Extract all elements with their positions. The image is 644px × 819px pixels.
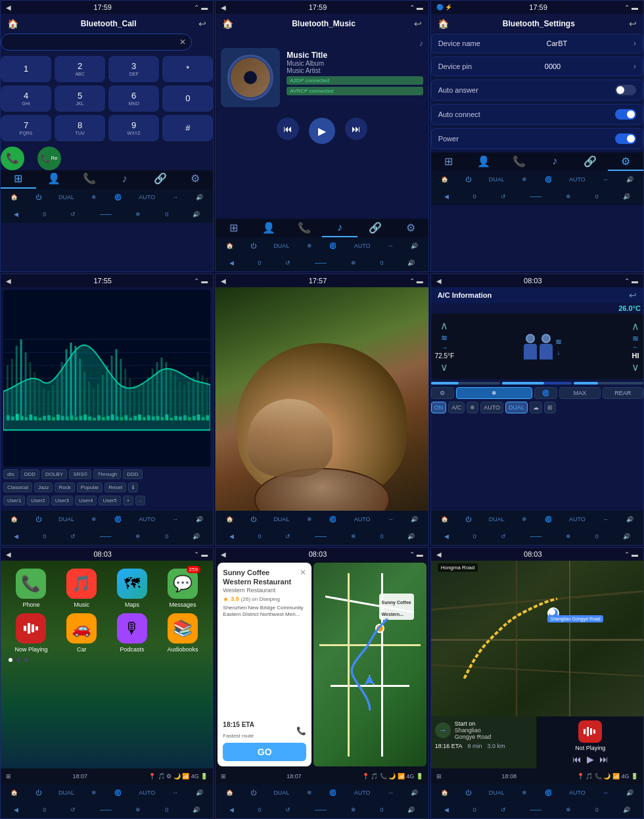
search-input[interactable] — [7, 38, 179, 46]
arrows-vid[interactable]: ↔ — [388, 516, 394, 523]
vol-cs[interactable]: 🔊 — [407, 260, 415, 266]
tab-user-music[interactable]: 👤 — [251, 219, 287, 237]
dial-6[interactable]: 6MNO — [108, 85, 159, 112]
app-now-playing[interactable]: Now Playing — [9, 613, 54, 653]
home-climate[interactable]: 🏠 — [11, 194, 18, 200]
ac-climate[interactable]: ❄ — [91, 194, 97, 200]
app-music[interactable]: 🎵 Music — [59, 569, 104, 608]
power-vid[interactable]: ⏻ — [250, 516, 256, 523]
tab-link-set[interactable]: 🔗 — [572, 152, 608, 171]
eq-dolby[interactable]: DOLBY — [41, 469, 67, 479]
vol-cp2[interactable]: 🔊 — [193, 807, 200, 813]
steer-cp[interactable]: ↺ — [70, 807, 76, 813]
dial-8[interactable]: 8TUV — [55, 115, 105, 141]
arrows-ac2[interactable]: ↔ — [603, 516, 609, 523]
carplay-grid-icon[interactable]: ⊞ — [6, 773, 11, 780]
back2[interactable]: ◀ — [14, 211, 18, 218]
vol-vid2[interactable]: 🔊 — [407, 533, 415, 540]
down-arrow-left[interactable]: ∨ — [440, 361, 448, 373]
nav-grid-icon[interactable]: ⊞ — [221, 773, 226, 780]
ac-back-btn[interactable]: ↩ — [629, 290, 637, 300]
vol2[interactable]: 🔊 — [193, 211, 200, 218]
nav-go-button[interactable]: GO — [223, 743, 306, 761]
prev-button[interactable]: ⏮ — [277, 118, 299, 140]
eq-add[interactable]: + — [123, 496, 134, 505]
arrows-nav[interactable]: ↔ — [388, 789, 394, 796]
app-audiobooks[interactable]: 📚 Audiobooks — [160, 613, 205, 653]
eq-jazz[interactable]: Jazz — [34, 482, 53, 492]
ac-vid2[interactable]: ❄ — [351, 533, 356, 540]
home-nm[interactable]: 🏠 — [441, 789, 448, 796]
vol-vid[interactable]: 🔊 — [411, 516, 418, 523]
chevron-pin[interactable]: › — [633, 62, 636, 71]
home-ac2[interactable]: 🏠 — [441, 516, 448, 523]
btn-dual[interactable]: DUAL — [505, 402, 528, 413]
back-icon-ac[interactable]: ◀ — [436, 277, 442, 285]
navmap-grid-icon[interactable]: ⊞ — [436, 773, 442, 780]
ac-cs[interactable]: ❄ — [351, 260, 356, 266]
fan-cs2[interactable]: 🌀 — [545, 176, 552, 183]
ac-icon2[interactable]: ❄ — [135, 211, 141, 218]
next-btn-navmap[interactable]: ⏭ — [599, 754, 609, 764]
power-ac2[interactable]: ⏻ — [465, 516, 471, 523]
home-icon-music[interactable]: 🏠 — [222, 18, 233, 29]
up-arrow-right[interactable]: ∧ — [632, 320, 639, 333]
power-nav[interactable]: ⏻ — [250, 789, 256, 796]
tab-link-music[interactable]: 🔗 — [357, 219, 393, 237]
ac-cm[interactable]: ❄ — [307, 243, 312, 249]
steer-ss[interactable]: ↺ — [501, 193, 506, 200]
tab-user-set[interactable]: 👤 — [467, 152, 502, 171]
dot-3[interactable] — [24, 658, 28, 662]
tab-grid[interactable]: ⊞ — [1, 170, 36, 189]
auto-answer-toggle[interactable] — [615, 85, 636, 95]
vol-cp[interactable]: 🔊 — [196, 789, 203, 796]
back-ss[interactable]: ◀ — [444, 193, 449, 200]
btn-fan-icon[interactable]: 🌀 — [534, 387, 557, 399]
eq-user5[interactable]: User5 — [99, 496, 120, 505]
back-icon-video[interactable]: ◀ — [221, 277, 226, 285]
ac-vid[interactable]: ❄ — [307, 516, 312, 523]
back-icon-music[interactable]: ◀ — [221, 4, 226, 11]
ac-nm2[interactable]: ❄ — [566, 807, 571, 813]
fan-cp[interactable]: 🌀 — [114, 789, 122, 796]
power-cm[interactable]: ⏻ — [250, 243, 256, 249]
power-climate[interactable]: ⏻ — [35, 194, 41, 200]
ac-nav[interactable]: ❄ — [307, 789, 312, 796]
btn-ac[interactable]: A/C — [448, 402, 465, 413]
vol-ac3[interactable]: 🔊 — [623, 533, 630, 540]
vol-ss[interactable]: 🔊 — [623, 193, 630, 200]
tab-settings-set[interactable]: ⚙ — [608, 152, 643, 171]
home-nav[interactable]: 🏠 — [226, 789, 233, 796]
home-cp[interactable]: 🏠 — [11, 789, 18, 796]
tab-phone[interactable]: 📞 — [72, 170, 107, 189]
tab-music-set[interactable]: ♪ — [537, 152, 572, 171]
ac-ac3[interactable]: ❄ — [566, 533, 571, 540]
eq-dts[interactable]: dts — [3, 469, 18, 479]
vol-cs2[interactable]: 🔊 — [626, 176, 633, 183]
arrows-cp[interactable]: ↔ — [173, 789, 179, 796]
dot-1[interactable] — [9, 658, 12, 662]
ac-nav2[interactable]: ❄ — [351, 807, 356, 813]
eq-info[interactable]: ℹ — [128, 482, 138, 492]
back-eq2[interactable]: ◀ — [14, 533, 18, 540]
vol-nm2[interactable]: 🔊 — [623, 807, 630, 813]
back-btn-music[interactable]: ↩ — [414, 18, 422, 29]
power-cs2[interactable]: ⏻ — [465, 176, 471, 183]
app-phone[interactable]: 📞 Phone — [9, 569, 54, 608]
arrows-climate[interactable]: ↔ — [173, 194, 179, 200]
power-toggle[interactable] — [615, 133, 636, 144]
nav-phone-icon[interactable]: 📞 — [296, 726, 306, 736]
tab-grid-music[interactable]: ⊞ — [216, 219, 251, 237]
arrows-cm[interactable]: ↔ — [388, 243, 394, 249]
eq-through[interactable]: Through — [93, 469, 121, 479]
ac-cp[interactable]: ❄ — [91, 789, 97, 796]
back-icon[interactable]: ◀ — [6, 4, 11, 11]
home-cm[interactable]: 🏠 — [226, 243, 233, 249]
clear-icon[interactable]: ✕ — [179, 37, 186, 47]
vol-cm[interactable]: 🔊 — [411, 243, 418, 249]
btn-grid[interactable]: ⊞ — [544, 402, 556, 413]
fan-nm[interactable]: 🌀 — [545, 789, 552, 796]
vol-ac2[interactable]: 🔊 — [626, 516, 633, 523]
steer-vid[interactable]: ↺ — [285, 533, 290, 540]
btn-max[interactable]: MAX — [559, 387, 600, 399]
